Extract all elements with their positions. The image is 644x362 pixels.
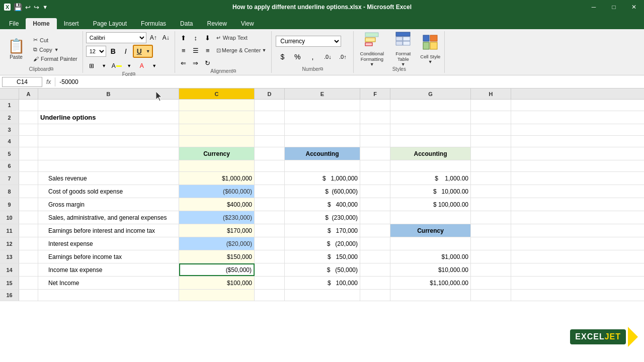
merge-center-dropdown[interactable]: ▼ (262, 48, 266, 53)
cell-h12[interactable] (471, 237, 511, 250)
paste-button[interactable]: 📋 Paste (3, 35, 29, 63)
decrease-indent-button[interactable]: ⇐ (178, 57, 189, 68)
cell-g6[interactable] (390, 160, 471, 171)
cell-reference-input[interactable] (2, 77, 42, 87)
conditional-formatting-button[interactable]: Conditional Formatting ▼ (357, 33, 387, 65)
row-num-12[interactable]: 12 (0, 237, 19, 250)
cell-b14[interactable]: Income tax expense (38, 263, 179, 276)
increase-indent-button[interactable]: ⇒ (190, 57, 201, 68)
cell-f6[interactable] (360, 160, 390, 171)
cell-f13[interactable] (360, 250, 390, 263)
cell-c5[interactable]: Currency (179, 147, 255, 160)
cell-b4[interactable] (38, 136, 179, 147)
text-direction-button[interactable]: ↻ (202, 57, 213, 68)
cell-a16[interactable] (19, 290, 38, 301)
cell-e7[interactable]: $ 1,000,000 (285, 172, 360, 185)
col-header-e[interactable]: E (285, 88, 360, 99)
align-left-button[interactable]: ≡ (178, 45, 189, 56)
col-header-f[interactable]: F (360, 88, 390, 99)
cell-g8[interactable]: $ 10,000.00 (390, 185, 471, 198)
font-size-select[interactable]: 12 (86, 46, 106, 57)
cell-g15[interactable]: $1,100,000.00 (390, 277, 471, 289)
cell-g1[interactable] (390, 100, 471, 111)
cell-a7[interactable] (19, 172, 38, 185)
cell-c4[interactable] (179, 136, 255, 147)
cell-b10[interactable]: Sales, administrative, and general expen… (38, 211, 179, 224)
percent-button[interactable]: % (291, 50, 304, 63)
cell-g16[interactable] (390, 290, 471, 301)
cell-e4[interactable] (285, 136, 360, 147)
cell-g11[interactable]: Currency (390, 224, 471, 237)
cell-c2[interactable] (179, 111, 255, 124)
maximize-button[interactable]: □ (604, 0, 624, 14)
tab-insert[interactable]: Insert (57, 18, 86, 29)
cell-d16[interactable] (255, 290, 285, 301)
cell-e13[interactable]: $ 150,000 (285, 250, 360, 263)
cell-a11[interactable] (19, 224, 38, 237)
cell-e9[interactable]: $ 400,000 (285, 198, 360, 211)
cell-g12[interactable] (390, 237, 471, 250)
col-header-d[interactable]: D (255, 88, 285, 99)
decrease-font-button[interactable]: A↓ (160, 32, 172, 43)
cell-h5[interactable] (471, 147, 511, 160)
row-num-5[interactable]: 5 (0, 147, 19, 160)
cell-b11[interactable]: Earnings before interest and income tax (38, 224, 179, 237)
cell-g10[interactable] (390, 211, 471, 224)
cell-f3[interactable] (360, 124, 390, 135)
cell-b7[interactable]: Sales revenue (38, 172, 179, 185)
cell-h7[interactable] (471, 172, 511, 185)
cell-a6[interactable] (19, 160, 38, 171)
comma-button[interactable]: , (306, 50, 319, 63)
cell-h13[interactable] (471, 250, 511, 263)
col-header-h[interactable]: H (471, 88, 511, 99)
conditional-formatting-dropdown[interactable]: ▼ (370, 62, 374, 67)
cell-b13[interactable]: Earnings before income tax (38, 250, 179, 263)
cell-c6[interactable] (179, 160, 255, 171)
cell-b12[interactable]: Interest expense (38, 237, 179, 250)
cell-d7[interactable] (255, 172, 285, 185)
cell-e2[interactable] (285, 111, 360, 124)
cell-f10[interactable] (360, 211, 390, 224)
font-name-select[interactable]: Calibri (86, 32, 146, 43)
cell-a9[interactable] (19, 198, 38, 211)
cell-c14[interactable]: ($50,000) (179, 263, 255, 276)
cell-f1[interactable] (360, 100, 390, 111)
row-num-16[interactable]: 16 (0, 290, 19, 301)
tab-view[interactable]: View (234, 18, 261, 29)
cell-g3[interactable] (390, 124, 471, 135)
fill-color-dropdown[interactable]: ▼ (124, 60, 135, 71)
row-num-11[interactable]: 11 (0, 224, 19, 237)
cell-c3[interactable] (179, 124, 255, 135)
customize-icon[interactable]: ▼ (42, 4, 48, 10)
cell-h3[interactable] (471, 124, 511, 135)
cell-a13[interactable] (19, 250, 38, 263)
cell-d4[interactable] (255, 136, 285, 147)
wrap-text-button[interactable]: ↵ Wrap Text (214, 32, 250, 43)
cell-e3[interactable] (285, 124, 360, 135)
cell-a5[interactable] (19, 147, 38, 160)
cell-d5[interactable] (255, 147, 285, 160)
col-header-c[interactable]: C (179, 88, 255, 99)
cell-c10[interactable]: ($230,000) (179, 211, 255, 224)
tab-file[interactable]: File (2, 18, 26, 29)
number-expand-icon[interactable]: ⧉ (320, 66, 323, 72)
row-num-14[interactable]: 14 (0, 263, 19, 276)
cell-h1[interactable] (471, 100, 511, 111)
currency-button[interactable]: $ (276, 50, 289, 63)
cell-e10[interactable]: $ (230,000) (285, 211, 360, 224)
cell-b15[interactable]: Net Income (38, 277, 179, 289)
cell-h9[interactable] (471, 198, 511, 211)
tab-home[interactable]: Home (26, 18, 56, 29)
font-color-button[interactable]: A (136, 60, 147, 71)
underline-button[interactable]: U (134, 46, 144, 56)
cell-f11[interactable] (360, 224, 390, 237)
decrease-decimal-button[interactable]: .0↓ (321, 50, 334, 63)
cell-b5[interactable] (38, 147, 179, 160)
alignment-expand-icon[interactable]: ⧉ (233, 68, 236, 74)
cell-e15[interactable]: $ 100,000 (285, 277, 360, 289)
cell-styles-dropdown[interactable]: ▼ (428, 59, 433, 64)
tab-formulas[interactable]: Formulas (134, 18, 173, 29)
cell-d14[interactable] (255, 263, 285, 276)
align-right-button[interactable]: ≡ (202, 45, 213, 56)
cell-g13[interactable]: $1,000.00 (390, 250, 471, 263)
